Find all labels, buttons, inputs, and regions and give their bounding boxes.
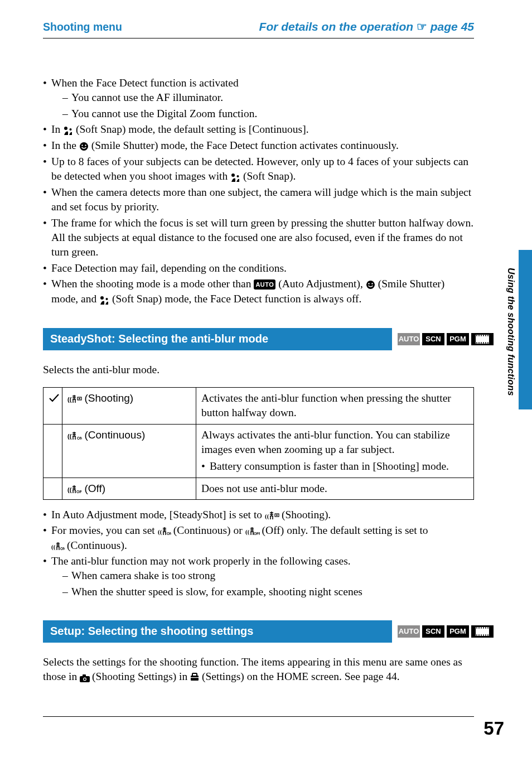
note-text: (Shooting).	[282, 509, 331, 520]
note-item: For movies, you can set ((ON (Continuous…	[43, 523, 474, 553]
option-desc: Always activates the anti-blur function.…	[196, 424, 474, 478]
svg-rect-57	[487, 634, 489, 635]
option-desc: Does not use anti-blur mode.	[196, 478, 474, 499]
note-text: (Soft Snap) mode, the default setting is…	[73, 123, 308, 135]
setup-heading: Setup: Selecting the shooting settings	[43, 620, 392, 643]
svg-text:ON: ON	[60, 547, 65, 551]
note-text: (Soft Snap) mode, the Face Detect functi…	[109, 293, 361, 305]
option-name-text: (Continuous)	[84, 429, 145, 441]
svg-point-61	[84, 678, 86, 681]
option-desc: Activates the anti-blur function when pr…	[196, 388, 474, 425]
svg-rect-21	[476, 342, 477, 343]
option-desc-text: Always activates the anti-blur function.…	[201, 429, 450, 455]
note-text: The anti-blur function may not work prop…	[51, 555, 351, 567]
mode-availability-badges: AUTO SCN PGM	[398, 333, 494, 345]
badge-auto: AUTO	[398, 333, 420, 345]
default-check-icon	[43, 388, 62, 425]
option-name-text: (Shooting)	[84, 392, 133, 404]
svg-text:((: ((	[245, 528, 250, 536]
toolbox-icon	[190, 671, 202, 682]
svg-point-6	[237, 175, 239, 177]
svg-text:((: ((	[67, 486, 72, 493]
auto-mode-icon: AUTO	[254, 279, 275, 290]
smile-shutter-icon	[366, 279, 375, 292]
badge-scn: SCN	[422, 333, 444, 345]
table-row: (( (Shooting) Activates the anti-blur fu…	[43, 388, 474, 425]
svg-text:ON: ON	[167, 532, 171, 536]
svg-point-2	[80, 142, 88, 151]
svg-point-4	[85, 144, 86, 146]
svg-rect-14	[476, 336, 489, 342]
table-row: ((OFF (Off) Does not use anti-blur mode.	[43, 478, 474, 499]
sub-note: When the shutter speed is slow, for exam…	[62, 585, 474, 599]
svg-point-11	[106, 298, 108, 300]
svg-point-0	[64, 127, 67, 130]
breadcrumb-section: Shooting menu	[43, 20, 122, 34]
steadyshot-shooting-icon: ((	[265, 511, 282, 520]
svg-rect-25	[485, 342, 486, 343]
svg-text:OFF: OFF	[254, 532, 260, 536]
desc-text: (Settings) on the HOME screen. See page …	[202, 671, 400, 682]
sub-note: When camera shake is too strong	[62, 568, 474, 583]
svg-point-9	[371, 283, 373, 284]
option-name-text: (Off)	[84, 483, 105, 494]
note-item: When the camera detects more than one su…	[43, 185, 474, 215]
side-tab-marker	[519, 250, 532, 409]
soft-snap-icon	[63, 124, 73, 137]
badge-auto: AUTO	[398, 625, 420, 638]
side-section-label: Using the shooting functions	[505, 268, 517, 396]
svg-rect-51	[487, 627, 489, 628]
steadyshot-continuous-icon: ((ON	[158, 527, 173, 536]
footer-rule	[43, 716, 474, 717]
option-note: Battery consumption is faster than in [S…	[201, 459, 468, 474]
steadyshot-heading: SteadyShot: Selecting the anti-blur mode	[43, 328, 392, 350]
note-text: (Smile Shutter) mode, the Face Detect fu…	[89, 139, 399, 151]
note-text: When the Face Detect function is activat…	[51, 77, 239, 89]
op-link-page: page 45	[427, 20, 474, 33]
note-item: The frame for which the focus is set wil…	[43, 216, 474, 260]
svg-rect-44	[476, 634, 489, 636]
option-label-off: ((OFF (Off)	[62, 478, 196, 499]
soft-snap-icon	[230, 171, 240, 184]
svg-point-3	[81, 144, 83, 146]
svg-rect-19	[485, 335, 486, 336]
steadyshot-off-icon: ((OFF	[245, 527, 262, 536]
svg-text:((: ((	[158, 528, 162, 536]
svg-point-1	[70, 128, 72, 131]
svg-point-10	[100, 296, 104, 300]
svg-rect-22	[478, 342, 480, 343]
svg-rect-59	[83, 674, 86, 677]
header-rule	[43, 38, 474, 38]
svg-rect-46	[476, 627, 477, 628]
svg-rect-56	[485, 634, 486, 635]
sub-note: You cannot use the Digital Zoom function…	[62, 107, 474, 121]
soft-snap-icon	[99, 294, 109, 307]
svg-point-8	[368, 283, 369, 284]
pointing-hand-icon: ☞	[417, 20, 427, 33]
note-text: (Auto Adjustment),	[275, 278, 365, 290]
svg-rect-15	[476, 335, 477, 336]
steadyshot-notes: In Auto Adjustment mode, [SteadyShot] is…	[43, 508, 474, 599]
svg-rect-49	[483, 627, 484, 628]
option-label-shooting: (( (Shooting)	[62, 388, 196, 425]
steadyshot-continuous-icon: ((ON	[51, 542, 67, 551]
svg-point-5	[231, 173, 235, 177]
note-item: In Auto Adjustment mode, [SteadyShot] is…	[43, 508, 474, 522]
svg-point-7	[366, 281, 375, 289]
svg-rect-47	[478, 627, 480, 628]
svg-rect-18	[483, 335, 484, 336]
empty-cell	[43, 478, 62, 499]
note-text: In Auto Adjustment mode, [SteadyShot] is…	[51, 509, 265, 520]
badge-pgm: PGM	[447, 333, 469, 345]
note-item: When the shooting mode is a mode other t…	[43, 277, 474, 307]
sub-note: You cannot use the AF illuminator.	[62, 90, 474, 105]
desc-text: (Shooting Settings) in	[92, 671, 190, 682]
page-number: 57	[483, 716, 504, 741]
svg-text:((: ((	[67, 396, 72, 403]
note-text: (Soft Snap).	[240, 170, 296, 182]
setup-description: Selects the settings for the shooting fu…	[43, 655, 474, 684]
svg-rect-48	[481, 627, 482, 628]
operation-page-link[interactable]: For details on the operation ☞ page 45	[259, 19, 474, 35]
smile-shutter-icon	[79, 141, 89, 153]
badge-pgm: PGM	[447, 625, 469, 638]
